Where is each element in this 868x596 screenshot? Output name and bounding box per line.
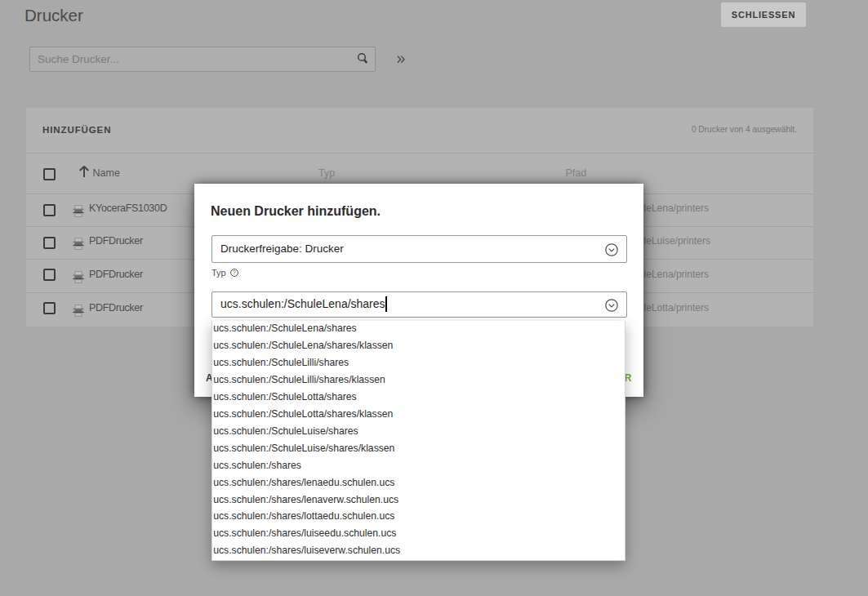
svg-text:?: ? [233, 270, 236, 276]
